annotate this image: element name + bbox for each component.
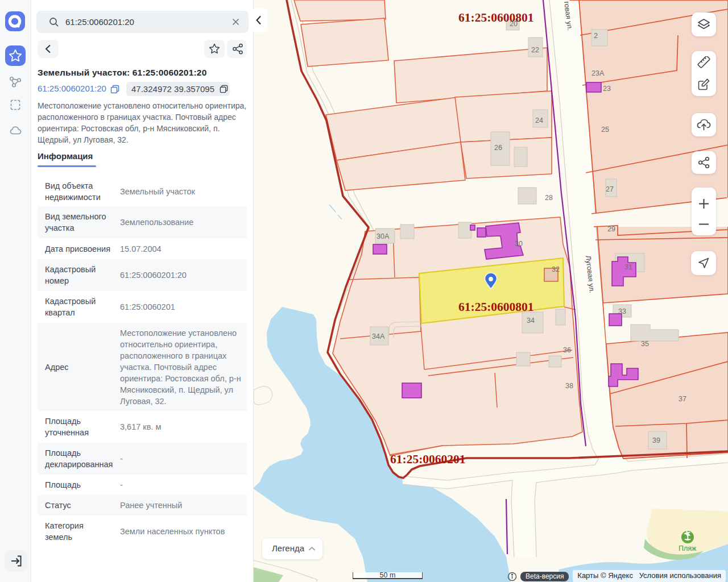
svg-text:30A: 30A [377,232,390,240]
svg-text:61:25:0060201: 61:25:0060201 [390,452,466,466]
svg-text:22: 22 [531,46,539,54]
svg-text:34: 34 [527,317,535,325]
svg-text:28: 28 [545,194,553,202]
svg-text:33: 33 [618,307,626,315]
svg-text:37: 37 [679,395,686,403]
svg-text:2: 2 [594,32,598,40]
svg-text:39: 39 [652,436,660,444]
svg-text:24: 24 [535,117,543,124]
svg-text:Пляж: Пляж [679,544,697,552]
svg-text:29: 29 [607,225,615,233]
svg-text:36: 36 [563,346,571,354]
svg-text:25: 25 [601,126,609,134]
svg-text:34A: 34A [372,332,385,340]
svg-text:61:25:0600801: 61:25:0600801 [458,11,534,24]
svg-text:61:25:0600801: 61:25:0600801 [458,300,534,314]
svg-text:31: 31 [624,263,632,271]
svg-text:30: 30 [515,240,523,248]
svg-text:23A: 23A [592,69,605,77]
svg-text:26: 26 [494,144,502,152]
svg-text:32: 32 [552,265,560,273]
svg-text:27: 27 [606,185,614,193]
svg-text:35: 35 [641,340,649,348]
svg-text:38: 38 [565,382,573,390]
svg-text:23: 23 [603,85,611,93]
